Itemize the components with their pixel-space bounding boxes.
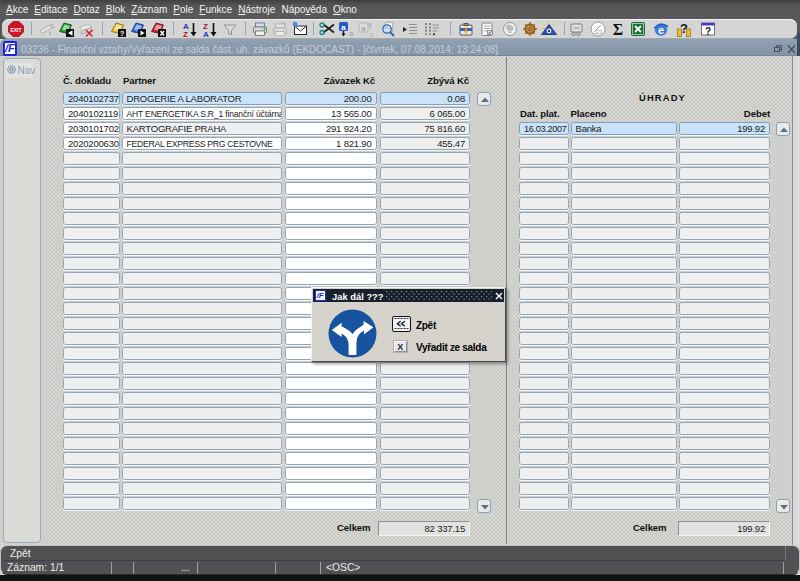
svg-text:123: 123 [594,30,602,35]
svg-text:a: a [341,23,346,32]
svg-text:?: ? [120,29,125,37]
svg-text:?: ? [705,26,711,37]
svg-text:a: a [369,30,374,38]
svg-text:?: ? [680,21,688,36]
svg-text:EXIT: EXIT [10,27,21,33]
svg-text:Σ: Σ [613,21,623,37]
svg-text:Z: Z [183,30,188,38]
svg-text:a: a [349,29,354,37]
svg-text:A: A [203,30,209,38]
svg-text:a: a [361,24,366,33]
